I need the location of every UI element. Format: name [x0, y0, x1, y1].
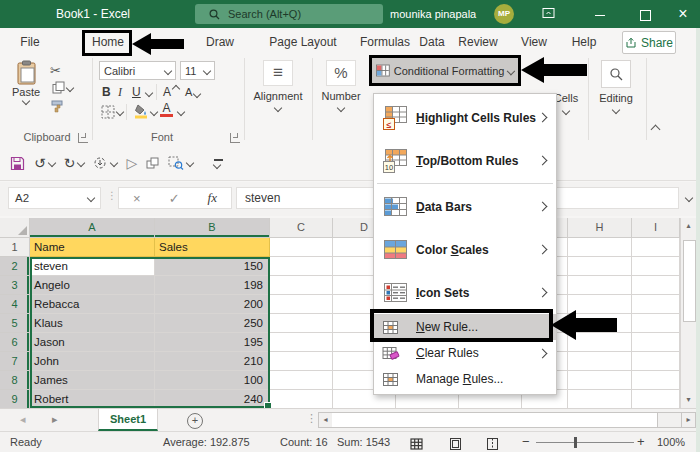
cell-b1[interactable]: Sales — [155, 238, 270, 257]
cell-b7[interactable]: 210 — [155, 352, 270, 371]
menu-item-clear-rules[interactable]: Clear Rules — [374, 340, 556, 366]
font-size-combo[interactable]: 11 — [180, 61, 215, 80]
clipboard-dialog-launcher[interactable] — [78, 133, 88, 143]
tab-draw[interactable]: Draw — [206, 28, 234, 56]
zoom-slider-handle[interactable] — [574, 437, 577, 448]
scroll-up-icon[interactable]: ▴ — [681, 218, 696, 234]
tab-help[interactable]: Help — [572, 28, 597, 56]
tab-formulas[interactable]: Formulas — [360, 28, 410, 56]
tab-home[interactable]: Home — [92, 28, 124, 56]
tab-data[interactable]: Data — [419, 28, 444, 56]
shrink-font-button[interactable]: A — [185, 86, 200, 98]
zoom-in-button[interactable]: + — [637, 432, 645, 452]
tab-page-layout[interactable]: Page Layout — [269, 28, 336, 56]
name-box[interactable]: A2 — [8, 187, 101, 209]
row-header[interactable]: 9 — [0, 390, 30, 408]
collapse-ribbon-button[interactable] — [651, 125, 661, 135]
add-sheet-button[interactable]: + — [187, 413, 203, 429]
prev-sheet-icon[interactable]: ◂ — [20, 413, 26, 426]
column-header-a[interactable]: A — [30, 218, 155, 238]
normal-view-button[interactable] — [410, 436, 423, 452]
next-sheet-icon[interactable]: ▸ — [52, 413, 58, 426]
vertical-scrollbar[interactable]: ▴ ▾ — [680, 218, 696, 408]
row-header[interactable]: 5 — [0, 314, 30, 333]
cell-a8[interactable]: James — [30, 371, 155, 390]
expand-formula-bar-button[interactable] — [685, 194, 693, 202]
font-color-button[interactable]: A — [160, 103, 173, 117]
column-header-c[interactable]: C — [270, 218, 333, 238]
menu-item-manage-rules[interactable]: Manage Rules... — [374, 366, 556, 392]
row-header[interactable]: 4 — [0, 295, 30, 314]
avatar[interactable]: MP — [494, 4, 514, 24]
menu-item-highlight-cells-rules[interactable]: ≤ Highlight Cells Rules — [374, 96, 556, 139]
cell-a7[interactable]: John — [30, 352, 155, 371]
font-dialog-launcher[interactable] — [230, 133, 240, 143]
tab-view[interactable]: View — [521, 28, 547, 56]
font-color-chevron[interactable] — [177, 108, 185, 116]
alignment-button[interactable]: ≡ Alignment — [252, 60, 304, 111]
cell-a3[interactable]: Angelo — [30, 276, 155, 295]
grow-font-button[interactable]: A — [163, 85, 179, 99]
cell-a2-active[interactable]: steven — [30, 257, 155, 276]
underline-button[interactable]: U — [132, 85, 141, 99]
editing-group[interactable]: Editing — [596, 60, 636, 113]
user-name[interactable]: mounika pinapala — [390, 0, 476, 28]
font-name-combo[interactable]: Calibri — [99, 61, 176, 80]
minimize-button[interactable] — [585, 0, 615, 28]
menu-item-color-scales[interactable]: Color Scales — [374, 228, 556, 271]
row-header[interactable]: 1 — [0, 238, 30, 257]
number-button[interactable]: % Number — [318, 60, 364, 111]
page-layout-view-button[interactable] — [449, 436, 462, 452]
underline-options-chevron[interactable] — [145, 89, 153, 97]
zoom-level[interactable]: 100% — [657, 432, 685, 452]
scroll-right-icon[interactable]: ▸ — [681, 413, 695, 427]
switch-windows-button[interactable] — [146, 157, 159, 170]
redo-button[interactable]: ↻ — [64, 155, 85, 171]
undo-button[interactable]: ↺ — [34, 155, 55, 171]
menu-item-icon-sets[interactable]: Icon Sets — [374, 271, 556, 314]
cell-b6[interactable]: 195 — [155, 333, 270, 352]
menu-item-data-bars[interactable]: Data Bars — [374, 185, 556, 228]
insert-function-button[interactable]: fx — [208, 190, 217, 206]
paste-button[interactable]: Paste — [8, 60, 44, 104]
column-header-b[interactable]: B — [155, 218, 270, 238]
vertical-scroll-thumb[interactable] — [683, 240, 696, 322]
conditional-formatting-button[interactable]: Conditional Formatting — [369, 55, 521, 86]
borders-button[interactable] — [101, 105, 123, 119]
menu-item-new-rule[interactable]: New Rule... — [374, 314, 556, 340]
row-header[interactable]: 7 — [0, 352, 30, 371]
scroll-left-icon[interactable]: ◂ — [319, 413, 332, 427]
page-break-view-button[interactable] — [486, 436, 499, 452]
save-button[interactable] — [10, 156, 25, 171]
row-header[interactable]: 8 — [0, 371, 30, 390]
cell-b2[interactable]: 150 — [155, 257, 270, 276]
send-review-button[interactable]: ▷ — [126, 155, 137, 171]
row-header[interactable]: 6 — [0, 333, 30, 352]
italic-button[interactable]: I — [118, 85, 122, 100]
column-header-h[interactable]: H — [568, 218, 632, 238]
cut-button[interactable]: ✂ — [50, 63, 61, 78]
zoom-out-button[interactable]: − — [522, 432, 530, 452]
ribbon-display-options-button[interactable] — [533, 0, 563, 28]
cancel-entry-button[interactable]: × — [133, 191, 141, 206]
zoom-slider-track[interactable] — [536, 442, 634, 443]
copy-button[interactable] — [52, 81, 73, 94]
cell-b8[interactable]: 100 — [155, 371, 270, 390]
cell-a9[interactable]: Robert — [30, 390, 155, 408]
cell-a1[interactable]: Name — [30, 238, 155, 257]
row-header[interactable]: 3 — [0, 276, 30, 295]
cell-b9[interactable]: 240 — [155, 390, 270, 408]
touch-mouse-mode-button[interactable] — [93, 156, 117, 171]
scroll-down-icon[interactable]: ▾ — [681, 392, 696, 408]
menu-item-top-bottom-rules[interactable]: 10 Top/Bottom Rules — [374, 139, 556, 182]
cell-b5[interactable]: 250 — [155, 314, 270, 333]
row-header[interactable]: 2 — [0, 257, 30, 276]
format-painter-button[interactable] — [50, 100, 64, 113]
search-box[interactable]: Search (Alt+Q) — [195, 4, 383, 24]
bold-button[interactable]: B — [102, 85, 111, 99]
cell-a4[interactable]: Rebacca — [30, 295, 155, 314]
select-all-corner[interactable] — [0, 218, 30, 238]
maximize-button[interactable] — [630, 0, 660, 28]
customize-qat-button[interactable] — [214, 159, 223, 168]
cell-a5[interactable]: Klaus — [30, 314, 155, 333]
